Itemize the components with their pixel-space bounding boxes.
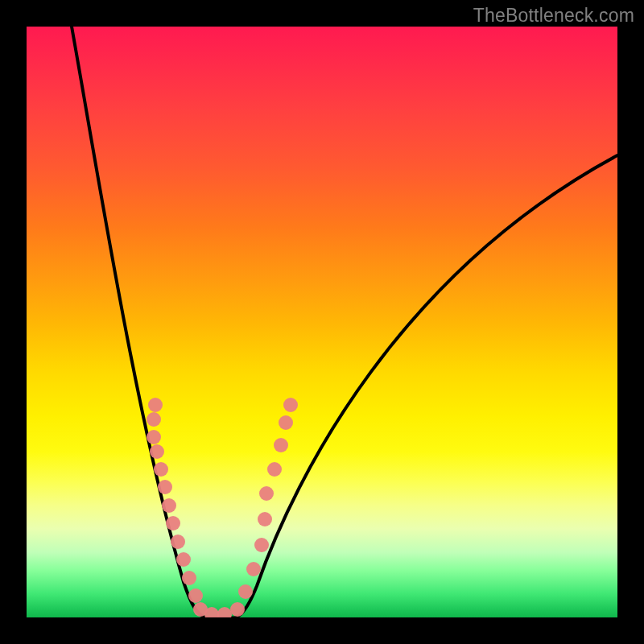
data-point: [171, 535, 185, 549]
data-point: [150, 444, 164, 459]
data-point: [258, 512, 272, 526]
data-point: [166, 516, 180, 530]
data-point: [274, 438, 288, 452]
data-point: [162, 498, 176, 513]
data-point: [182, 571, 196, 585]
data-point: [188, 588, 203, 603]
data-point: [246, 562, 261, 576]
data-point: [230, 602, 245, 617]
data-point: [283, 398, 298, 412]
data-point: [254, 538, 269, 552]
gradient-background: [27, 27, 617, 617]
data-point: [147, 430, 161, 444]
data-point: [154, 462, 168, 477]
data-point: [259, 486, 274, 501]
data-point: [176, 552, 191, 567]
plot-area: [27, 27, 617, 617]
data-point: [267, 462, 282, 477]
data-point: [147, 412, 161, 427]
data-point: [238, 584, 253, 599]
data-point: [148, 398, 163, 412]
data-point: [158, 480, 172, 494]
watermark-text: TheBottleneck.com: [473, 5, 634, 27]
chart-frame: TheBottleneck.com: [0, 0, 644, 644]
data-point: [279, 415, 293, 430]
